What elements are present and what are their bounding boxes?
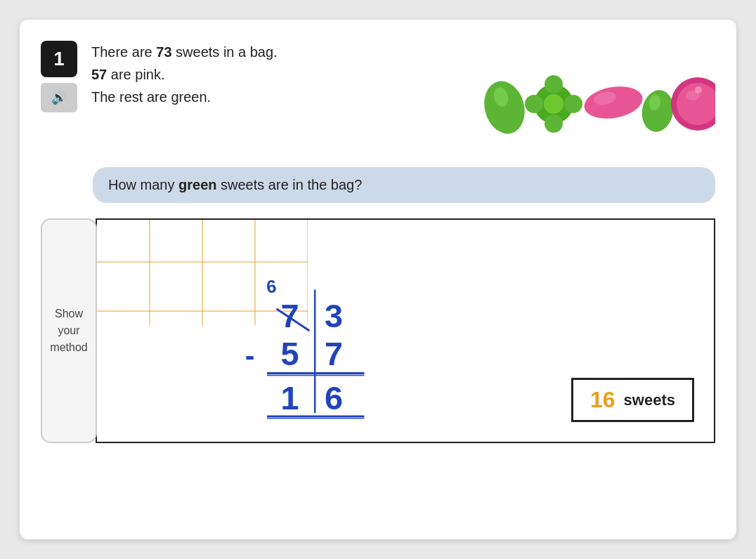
svg-point-3 [545, 75, 563, 93]
svg-point-6 [564, 95, 582, 113]
grid-area[interactable]: 6 7 3 - 5 7 1 6 [96, 218, 715, 443]
line3: The rest are green. [91, 86, 441, 108]
svg-text:5: 5 [280, 336, 299, 372]
svg-text:3: 3 [325, 298, 343, 334]
answer-label: sweets [624, 391, 675, 409]
answer-number: 16 [590, 387, 615, 413]
candy-illustration [476, 41, 715, 153]
audio-button[interactable]: 🔊 [41, 83, 77, 112]
svg-text:7: 7 [280, 298, 299, 334]
work-area-wrapper: Show your method [41, 218, 715, 443]
svg-text:6: 6 [266, 276, 277, 296]
svg-point-7 [544, 94, 563, 114]
svg-text:7: 7 [325, 336, 343, 372]
svg-text:6: 6 [325, 380, 343, 416]
show-method-label: Show your method [50, 305, 87, 356]
speaker-icon: 🔊 [51, 90, 67, 105]
line2: 57 are pink. [91, 63, 441, 86]
svg-point-4 [545, 114, 563, 133]
header-row: 1 🔊 There are 73 sweets in a bag. 57 are… [41, 41, 715, 153]
svg-point-0 [478, 77, 530, 138]
answer-box: 16 sweets [571, 378, 694, 422]
svg-text:-: - [245, 339, 255, 371]
left-controls: 1 🔊 [41, 41, 77, 112]
svg-text:1: 1 [280, 380, 299, 416]
show-method-tab: Show your method [41, 218, 97, 443]
svg-point-10 [639, 88, 677, 135]
question-card: 1 🔊 There are 73 sweets in a bag. 57 are… [20, 20, 736, 539]
question-box: How many green sweets are in the bag? [93, 167, 715, 203]
question-number: 1 [41, 41, 77, 77]
svg-point-5 [525, 95, 543, 113]
svg-point-15 [695, 86, 702, 93]
line1: There are 73 sweets in a bag. [91, 41, 441, 63]
problem-text: There are 73 sweets in a bag. 57 are pin… [91, 41, 441, 108]
svg-point-8 [582, 82, 645, 123]
